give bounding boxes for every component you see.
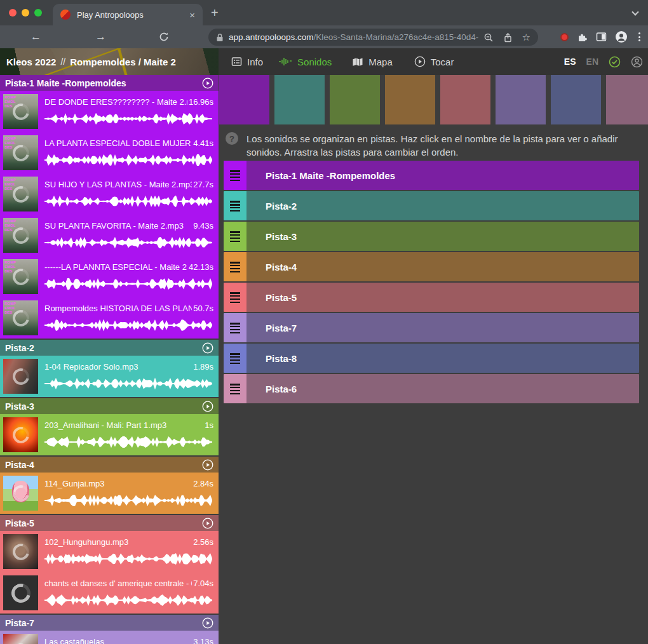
clip-main: ------LA PLANNTA ESPECIAL - Maite 2.mp3 … bbox=[44, 259, 213, 294]
clip-waveform[interactable] bbox=[44, 494, 213, 507]
track-row-body[interactable]: Pista-8 bbox=[246, 344, 639, 373]
clip-row[interactable]: ROMPEMOLDES DE DONDE ERES???????? - Mait… bbox=[0, 91, 219, 132]
clip-row[interactable]: 114_Gunjai.mp3 2.84s bbox=[0, 473, 219, 514]
track-row[interactable]: Pista-2 bbox=[224, 191, 639, 220]
zoom-page-icon[interactable] bbox=[483, 32, 494, 43]
track-row-body[interactable]: Pista-2 bbox=[246, 191, 639, 220]
new-tab-button[interactable]: + bbox=[211, 6, 219, 19]
help-text: Los sonidos se organizan en pistas. Haz … bbox=[246, 132, 642, 159]
palette-swatch bbox=[330, 75, 380, 124]
window-zoom-button[interactable] bbox=[34, 9, 42, 17]
thumbnail-label: ROMPEMOLDES bbox=[4, 137, 17, 150]
clip-row[interactable]: ROMPEMOLDES Rompemoldes HISTORIA DE LAS … bbox=[0, 297, 219, 339]
reload-button[interactable] bbox=[159, 32, 169, 42]
track-row-name: Pista-5 bbox=[266, 292, 297, 303]
track-row[interactable]: Pista-3 bbox=[224, 222, 639, 251]
track-row-body[interactable]: Pista-5 bbox=[246, 283, 639, 312]
record-extension-icon[interactable] bbox=[560, 33, 569, 41]
clip-waveform[interactable] bbox=[44, 594, 213, 607]
browser-tabstrip: Play Antropoloops × + bbox=[0, 0, 648, 25]
play-track-icon[interactable] bbox=[202, 459, 213, 471]
clip-row[interactable]: chants et danses d' amerique centrale - … bbox=[0, 572, 219, 614]
play-track-icon[interactable] bbox=[202, 617, 213, 629]
sidebar-track-header[interactable]: Pista-3 bbox=[0, 398, 219, 414]
window-minimize-button[interactable] bbox=[22, 9, 29, 17]
clip-waveform[interactable] bbox=[44, 236, 213, 249]
track-row-body[interactable]: Pista-4 bbox=[246, 252, 639, 281]
track-row-body[interactable]: Pista-6 bbox=[246, 374, 639, 403]
clip-name: 102_Hunguhungu.mp3 bbox=[44, 537, 192, 547]
track-row-body[interactable]: Pista-3 bbox=[246, 222, 639, 251]
sidebar-track-header[interactable]: Pista-5 bbox=[0, 515, 219, 531]
clip-row[interactable]: 102_Hunguhungu.mp3 2.56s bbox=[0, 531, 219, 572]
drag-handle[interactable] bbox=[224, 344, 246, 373]
share-icon[interactable] bbox=[503, 32, 513, 43]
sidebar-track-header[interactable]: Pista-4 bbox=[0, 457, 219, 473]
play-track-icon[interactable] bbox=[202, 342, 213, 354]
thumbnail-label: ROMPEMOLDES bbox=[4, 302, 17, 315]
play-track-icon[interactable] bbox=[202, 518, 213, 529]
help-note: ? Los sonidos se organizan en pistas. Ha… bbox=[226, 132, 642, 159]
clip-main: Rompemoldes HISTORIA DE LAS PLANTAS... 5… bbox=[44, 300, 213, 335]
track-row[interactable]: Pista-8 bbox=[224, 344, 639, 373]
drag-handle[interactable] bbox=[224, 374, 246, 403]
track-row-body[interactable]: Pista-1 Maite -Rompemoldes bbox=[246, 161, 639, 190]
forward-button[interactable]: → bbox=[95, 30, 106, 43]
clip-row[interactable]: 203_Amalihani - Mali: Part 1.mp3 1s bbox=[0, 414, 219, 455]
play-track-icon[interactable] bbox=[202, 77, 213, 89]
breadcrumb[interactable]: Kleos 2022 // Rompemoldes / Maite 2 bbox=[0, 48, 219, 75]
drag-handle-icon bbox=[230, 323, 240, 333]
clip-waveform[interactable] bbox=[44, 319, 213, 332]
tab-close-icon[interactable]: × bbox=[189, 10, 195, 20]
track-row[interactable]: Pista-1 Maite -Rompemoldes bbox=[224, 161, 639, 190]
lock-icon[interactable] bbox=[216, 33, 224, 42]
sidebar-track-header[interactable]: Pista-1 Maite -Rompemoldes bbox=[0, 75, 219, 91]
track-row-name: Pista-6 bbox=[266, 384, 297, 394]
clip-row[interactable]: ROMPEMOLDES ------LA PLANNTA ESPECIAL - … bbox=[0, 256, 219, 297]
breadcrumb-project[interactable]: Kleos 2022 bbox=[6, 57, 56, 67]
window-close-button[interactable] bbox=[9, 9, 17, 17]
track-row[interactable]: Pista-6 bbox=[224, 374, 639, 403]
address-bar[interactable]: app.antropoloops.com/Kleos-Santa-Marina/… bbox=[208, 29, 538, 46]
side-panel-icon[interactable] bbox=[596, 32, 607, 42]
clip-row[interactable]: Las castañuelas 3.13s bbox=[0, 631, 219, 644]
track-row-body[interactable]: Pista-7 bbox=[246, 313, 639, 342]
browser-tab[interactable]: Play Antropoloops × bbox=[53, 4, 203, 25]
drag-handle[interactable] bbox=[224, 191, 246, 220]
clip-waveform[interactable] bbox=[44, 112, 213, 125]
profile-avatar-icon[interactable] bbox=[615, 30, 628, 43]
play-track-icon[interactable] bbox=[202, 401, 213, 412]
bookmark-star-icon[interactable]: ☆ bbox=[522, 32, 530, 43]
drag-handle[interactable] bbox=[224, 313, 246, 342]
clip-thumbnail bbox=[3, 634, 38, 644]
track-row[interactable]: Pista-7 bbox=[224, 313, 639, 342]
drag-handle[interactable] bbox=[224, 283, 246, 312]
drag-handle[interactable] bbox=[224, 222, 246, 251]
clip-row[interactable]: ROMPEMOLDES LA PLANTA ESPECIAL DOBLE MUJ… bbox=[0, 132, 219, 173]
thumbnail-label: ROMPEMOLDES bbox=[4, 95, 17, 109]
tab-favicon-icon bbox=[60, 10, 71, 20]
sidebar-track-header[interactable]: Pista-2 bbox=[0, 340, 219, 356]
drag-handle[interactable] bbox=[224, 161, 246, 190]
drag-handle[interactable] bbox=[224, 252, 246, 281]
clip-waveform[interactable] bbox=[44, 154, 213, 166]
clip-waveform[interactable] bbox=[44, 553, 213, 565]
sidebar-track-header[interactable]: Pista-7 bbox=[0, 615, 219, 631]
clip-row[interactable]: ROMPEMOLDES SU PLANTA FAVORITA - Maite 2… bbox=[0, 215, 219, 256]
clip-waveform[interactable] bbox=[44, 436, 213, 448]
clip-waveform[interactable] bbox=[44, 278, 213, 290]
clip-main: LA PLANTA ESPECIAL DOBLE MUJER - Mai... … bbox=[44, 135, 213, 170]
clip-waveform[interactable] bbox=[44, 377, 213, 390]
track-row[interactable]: Pista-4 bbox=[224, 252, 639, 281]
clip-duration: 7.04s bbox=[193, 579, 213, 588]
clip-row[interactable]: ROMPEMOLDES SU HIJO Y LAS PLANTAS - Mait… bbox=[0, 173, 219, 215]
back-button[interactable]: ← bbox=[30, 30, 41, 43]
track-row-name: Pista-1 Maite -Rompemoldes bbox=[266, 170, 395, 181]
tab-search-chevron-icon[interactable] bbox=[631, 8, 638, 15]
browser-menu-icon[interactable] bbox=[636, 32, 643, 41]
track-row[interactable]: Pista-5 bbox=[224, 283, 639, 312]
clip-row[interactable]: 1-04 Repicador Solo.mp3 1.89s bbox=[0, 356, 219, 397]
browser-toolbar: ← → app.antropoloops.com/Kleos-Santa-Mar… bbox=[0, 25, 648, 48]
extensions-puzzle-icon[interactable] bbox=[577, 32, 588, 43]
clip-waveform[interactable] bbox=[44, 195, 213, 208]
